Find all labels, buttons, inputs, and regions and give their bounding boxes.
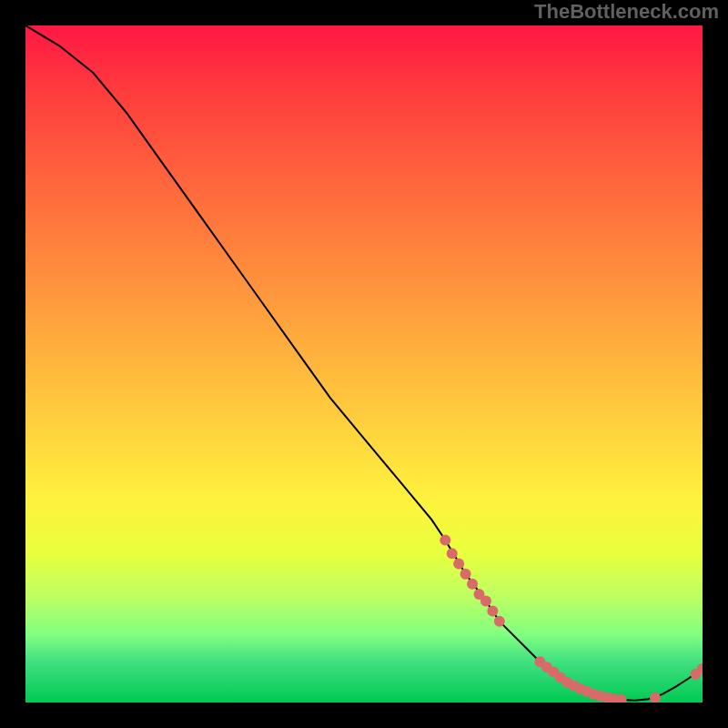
chart-container: TheBottleneck.com xyxy=(0,0,728,728)
attribution-text: TheBottleneck.com xyxy=(534,0,719,24)
plot-background xyxy=(25,25,703,703)
